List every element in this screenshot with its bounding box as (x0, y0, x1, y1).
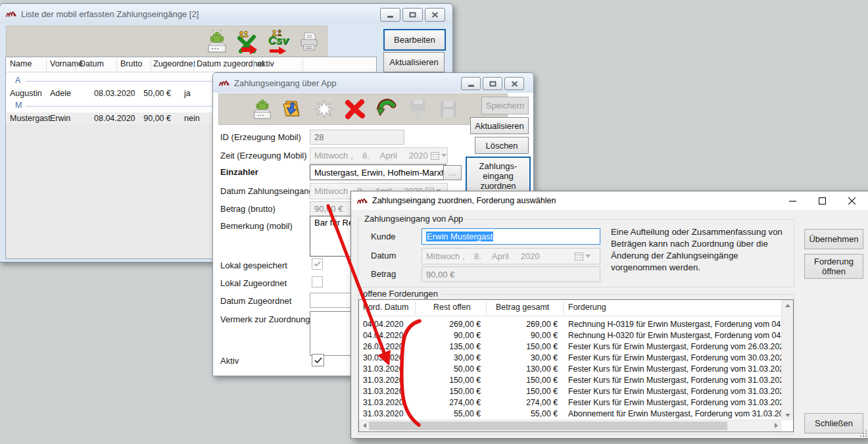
aktiv-label: Aktiv (220, 356, 239, 366)
csv-icon-label: Csv (268, 36, 288, 45)
list-item[interactable]: 31.03.2020 55,00 € 55,00 € Abonnement fü… (359, 408, 782, 420)
betrag-label: Betrag (371, 269, 396, 279)
datum-date-picker[interactable]: Mittwoch , 8. April 2020 (422, 248, 600, 264)
aktiv-checkbox[interactable] (312, 354, 324, 366)
minimize-button[interactable] (380, 8, 400, 22)
app-icon (357, 196, 368, 205)
lokal-gespeichert-label: Lokal gespeichert (220, 260, 287, 270)
close-window-button[interactable]: Schließen (804, 413, 863, 433)
col-aktiv[interactable]: aktiv (257, 59, 274, 68)
claims-list-header: Ford. Datum Rest offen Betrag gesamt For… (359, 300, 793, 316)
close-button[interactable] (425, 8, 445, 22)
betrag-brutto-label: Betrag (brutto) (220, 204, 276, 214)
resize-grip[interactable] (859, 429, 867, 437)
refresh-button[interactable]: Aktualisieren (383, 52, 445, 72)
app-icon (6, 9, 16, 18)
info-text: Eine Aufteilung oder Zusammenfassung von… (611, 226, 794, 274)
delete-button[interactable]: Löschen (475, 137, 529, 154)
scroll-up-button[interactable] (782, 300, 793, 310)
delete-x-icon[interactable] (344, 99, 366, 120)
scroll-right-button[interactable] (771, 420, 782, 431)
col-datum[interactable]: Datum (80, 59, 104, 68)
app-payment-group-label: Zahlungseingang von App (362, 214, 466, 224)
lokal-zugeordnet-checkbox[interactable] (312, 276, 323, 287)
id-label: ID (Erzeugung Mobil) (220, 132, 301, 142)
checkbox-checked-icon (314, 357, 322, 364)
col-ford-datum[interactable]: Ford. Datum (363, 303, 408, 312)
col-rest-offen[interactable]: Rest offen (433, 303, 471, 312)
maximize-button[interactable] (483, 77, 502, 90)
list-item[interactable]: 31.03.2020 274,00 € 274,00 € Fester Kurs… (359, 397, 782, 408)
save-export-icon (407, 98, 429, 120)
open-folder-icon[interactable] (282, 99, 304, 120)
col-zugeordnet[interactable]: Zugeordnet (153, 59, 195, 68)
col-name[interactable]: Name (10, 59, 32, 68)
edit-button[interactable]: Bearbeiten (383, 29, 446, 51)
einzahler-field[interactable]: Mustergast, Erwin, Hofheim-Marxheim (310, 164, 446, 180)
list-item[interactable]: 04.04.2020 269,00 € 269,00 € Rechnung H-… (359, 319, 782, 330)
datum-zugeordnet-label: Datum Zugeordnet (220, 296, 291, 306)
claims-list: Ford. Datum Rest offen Betrag gesamt For… (358, 299, 794, 432)
col-betrag-gesamt[interactable]: Betrag gesamt (496, 303, 549, 312)
csv-export-icon[interactable]: Csv (266, 30, 290, 54)
calendar-icon[interactable] (575, 253, 593, 260)
kunde-label: Kunde (371, 232, 396, 241)
android-upload-icon[interactable] (206, 30, 228, 55)
window-title: Zahlungseingang über App (234, 78, 336, 88)
list-item[interactable]: 30.03.2020 30,00 € 30,00 € Fester Kurs f… (359, 353, 782, 364)
scroll-down-button[interactable] (782, 410, 793, 420)
minimize-button[interactable] (778, 191, 808, 210)
app-icon (219, 78, 229, 87)
col-brutto[interactable]: Brutto (120, 59, 142, 68)
open-claims-group-label: offene Forderungen (360, 289, 441, 299)
assign-window: Zahlungseingang zuordnen, Forderung ausw… (350, 191, 868, 439)
open-claim-button[interactable]: Forderung öffnen (804, 254, 863, 279)
list-item[interactable]: 04.04.2020 90,00 € 90,00 € Rechnung H-03… (359, 330, 782, 341)
window-title: Liste der mobil erfassten Zahlungseingän… (21, 9, 199, 19)
undo-icon[interactable] (375, 99, 398, 120)
save-button[interactable]: Speichern (481, 97, 529, 114)
apply-button[interactable]: Übernehmen (804, 229, 863, 249)
assign-payment-button[interactable]: Zahlungs- eingang zuordnen (466, 157, 531, 195)
checkbox-checked-icon (314, 261, 321, 267)
maximize-button[interactable] (402, 8, 423, 22)
einzahler-browse-button[interactable]: ... (443, 165, 462, 180)
save-icon (439, 99, 458, 119)
col-vorname[interactable]: Vorname (50, 59, 83, 68)
einzahler-label: Einzahler (220, 167, 258, 177)
list-item[interactable]: 31.03.2020 50,00 € 130,00 € Fester Kurs … (359, 364, 782, 375)
new-star-icon[interactable] (314, 99, 335, 120)
scrollbar-thumb[interactable] (369, 422, 727, 430)
zeit-label: Zeit (Erzeugung Mobil) (220, 151, 307, 160)
payments-table-header: Name Vorname Datum Brutto Zugeordnet Dat… (6, 57, 376, 72)
android-upload-icon[interactable] (252, 97, 273, 121)
refresh-button[interactable]: Aktualisieren (470, 117, 529, 134)
close-button[interactable] (504, 77, 524, 90)
chevron-down-icon (441, 154, 446, 157)
zeit-date-picker[interactable]: Mittwoch , 8. April 2020 (310, 147, 448, 164)
col-forderung[interactable]: Forderung (568, 303, 606, 312)
datum-label: Datum (371, 251, 396, 260)
kunde-field[interactable]: Erwin Mustergast (422, 228, 600, 245)
selected-text: Erwin Mustergast (426, 232, 493, 241)
calendar-icon[interactable] (431, 152, 449, 160)
vermerk-label: Vermerk zur Zuordnung (220, 314, 310, 324)
list-item[interactable]: 31.03.2020 150,00 € 150,00 € Fester Kurs… (359, 375, 782, 386)
vertical-scrollbar[interactable] (781, 300, 793, 420)
col-datum-zugeordnet[interactable]: Datum zugeordnet (197, 59, 264, 68)
print-icon[interactable] (298, 31, 320, 53)
list-item[interactable]: 26.03.2020 135,00 € 150,00 € Fester Kurs… (359, 341, 782, 353)
id-field[interactable]: 28 (310, 130, 404, 145)
list-item[interactable]: 31.03.2020 150,00 € 150,00 € Fester Kurs… (359, 386, 782, 397)
minimize-button[interactable] (461, 77, 481, 90)
lokal-gespeichert-checkbox[interactable] (312, 259, 323, 270)
window-title: Zahlungseingang zuordnen, Forderung ausw… (372, 196, 556, 205)
horizontal-scrollbar[interactable] (359, 420, 782, 432)
excel-export-icon[interactable] (236, 30, 258, 54)
betrag-field[interactable]: 90,00 € (422, 266, 600, 282)
datum-zahlungseingang-label: Datum Zahlungseingang (220, 186, 314, 196)
bemerkung-label: Bemerkung (mobil) (220, 221, 293, 231)
close-button[interactable] (837, 191, 867, 210)
lokal-zugeordnet-label: Lokal Zugeordnet (220, 278, 287, 288)
maximize-button[interactable] (808, 191, 837, 210)
